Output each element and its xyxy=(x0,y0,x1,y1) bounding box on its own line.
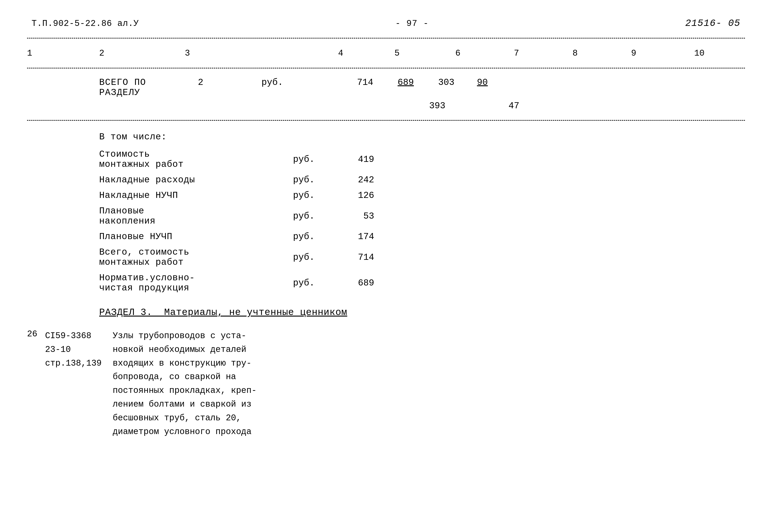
total-label: ВСЕГО ПО РАЗДЕЛУ xyxy=(27,77,185,98)
col-num-8: 8 xyxy=(572,48,578,58)
total-col8: 689 xyxy=(383,77,428,88)
total-col10b: 47 xyxy=(496,101,532,111)
detail-rub-2: руб. xyxy=(293,190,338,201)
detail-row-0: Стоимость монтажных работ руб. 419 xyxy=(27,147,745,172)
detail-label-6: Норматив.условно-чистая продукция xyxy=(27,273,199,293)
detail-row-4: Плановые НУЧП руб. 174 xyxy=(27,229,745,244)
detail-val-0: 419 xyxy=(338,154,374,165)
header-center: - 97 - xyxy=(395,19,429,28)
detail-row-2: Накладные НУЧП руб. 126 xyxy=(27,188,745,203)
detail-label-4: Плановые НУЧП xyxy=(27,232,199,242)
header-left: Т.П.902-5-22.86 ал.У xyxy=(32,19,139,28)
item-num-0: 26 xyxy=(27,329,45,439)
detail-rub-5: руб. xyxy=(293,252,338,263)
item-code-0: CI59-336823-10стр.138,139 xyxy=(45,329,108,439)
mid-dashed-line xyxy=(27,120,745,121)
column-numbers-row: 1 2 3 4 5 6 7 8 9 10 xyxy=(27,45,745,61)
detail-val-2: 126 xyxy=(338,190,374,201)
detail-rub-1: руб. xyxy=(293,175,338,185)
detail-rub-3: руб. xyxy=(293,211,338,221)
col-num-6: 6 xyxy=(455,48,460,58)
detail-label-2: Накладные НУЧП xyxy=(27,190,199,201)
col-num-7: 7 xyxy=(514,48,519,58)
top-dashed-line xyxy=(27,38,745,38)
col-num-2: 2 xyxy=(99,48,104,58)
header-right: 21516- 05 xyxy=(685,18,740,29)
detail-val-4: 174 xyxy=(338,232,374,242)
razdel-title: Материалы, не учтенные ценником xyxy=(164,307,347,318)
item-row-0: 26 CI59-336823-10стр.138,139 Узлы трубоп… xyxy=(27,327,745,441)
detail-rub-0: руб. xyxy=(293,154,338,165)
detail-label-3: Плановые накопления xyxy=(27,206,199,226)
detail-row-6: Норматив.условно-чистая продукция руб. 6… xyxy=(27,270,745,296)
detail-row-5: Всего, стоимость монтажных работ руб. 71… xyxy=(27,244,745,270)
razdel-header: РАЗДЕЛ 3. Материалы, не учтенные ценнико… xyxy=(27,296,745,327)
items-list: 26 CI59-336823-10стр.138,139 Узлы трубоп… xyxy=(27,327,745,441)
total-col8b: 393 xyxy=(415,101,460,111)
detail-row-1: Накладные расходы руб. 242 xyxy=(27,172,745,188)
detail-val-1: 242 xyxy=(338,175,374,185)
total-num: 2 xyxy=(185,77,217,88)
detail-row-3: Плановые накопления руб. 53 xyxy=(27,203,745,229)
total-col7: 714 xyxy=(347,77,383,88)
col-num-1: 1 xyxy=(27,48,32,58)
page-header: Т.П.902-5-22.86 ал.У - 97 - 21516- 05 xyxy=(27,18,745,29)
detail-rub-4: руб. xyxy=(293,232,338,242)
detail-label-0: Стоимость монтажных работ xyxy=(27,149,199,170)
col-num-9: 9 xyxy=(631,48,636,58)
detail-label-5: Всего, стоимость монтажных работ xyxy=(27,247,199,267)
total-rub: руб. xyxy=(262,77,347,88)
total-row: ВСЕГО ПО РАЗДЕЛУ 2 руб. 714 689 303 90 xyxy=(27,75,745,100)
total-row-2: 393 47 xyxy=(27,101,745,111)
col-num-3: 3 xyxy=(185,48,190,58)
col-num-4: 4 xyxy=(338,48,343,58)
col-num-5: 5 xyxy=(394,48,400,58)
col-dashed-line xyxy=(27,68,745,68)
detail-rows: Стоимость монтажных работ руб. 419 Накла… xyxy=(27,147,745,296)
col-num-10: 10 xyxy=(694,48,705,58)
detail-label-1: Накладные расходы xyxy=(27,175,199,185)
total-col10: 90 xyxy=(464,77,500,88)
detail-val-3: 53 xyxy=(338,211,374,221)
razdel-prefix: РАЗДЕЛ 3. xyxy=(99,307,164,318)
item-desc-0: Узлы трубопроводов с уста-новкой необход… xyxy=(108,329,745,439)
detail-val-5: 714 xyxy=(338,252,374,263)
vtom-chisle: В том числе: xyxy=(27,127,745,147)
total-col9: 303 xyxy=(428,77,464,88)
detail-rub-6: руб. xyxy=(293,278,338,288)
detail-val-6: 689 xyxy=(338,278,374,288)
